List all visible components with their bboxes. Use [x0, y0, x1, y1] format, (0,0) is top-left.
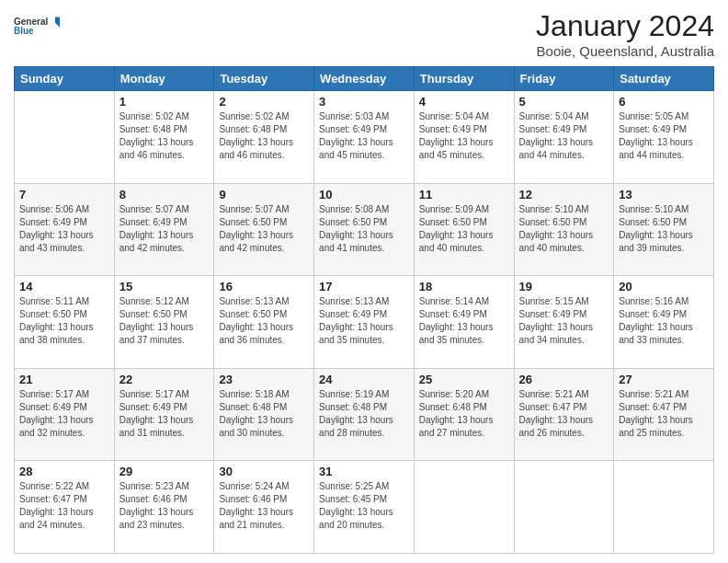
day-number: 1: [119, 95, 210, 109]
calendar-table: Sunday Monday Tuesday Wednesday Thursday…: [14, 66, 714, 554]
month-title: January 2024: [536, 9, 714, 43]
calendar-cell: 7 Sunrise: 5:06 AMSunset: 6:49 PMDayligh…: [15, 183, 115, 276]
day-number: 10: [319, 188, 409, 201]
day-info: Sunrise: 5:21 AMSunset: 6:47 PMDaylight:…: [619, 389, 693, 438]
day-info: Sunrise: 5:24 AMSunset: 6:46 PMDaylight:…: [219, 481, 293, 530]
day-info: Sunrise: 5:20 AMSunset: 6:48 PMDaylight:…: [419, 389, 494, 438]
day-info: Sunrise: 5:15 AMSunset: 6:49 PMDaylight:…: [519, 296, 594, 345]
day-number: 5: [519, 95, 609, 109]
calendar-cell: 29 Sunrise: 5:23 AMSunset: 6:46 PMDaylig…: [114, 461, 214, 554]
calendar-cell: 26 Sunrise: 5:21 AMSunset: 6:47 PMDaylig…: [514, 368, 614, 461]
day-number: 30: [219, 465, 309, 478]
day-number: 7: [19, 188, 109, 201]
day-number: 19: [519, 280, 609, 293]
day-number: 12: [519, 188, 609, 201]
calendar-cell: 12 Sunrise: 5:10 AMSunset: 6:50 PMDaylig…: [514, 183, 614, 276]
day-number: 23: [219, 373, 309, 386]
day-number: 2: [219, 95, 309, 109]
day-number: 16: [219, 280, 309, 293]
calendar-cell: 17 Sunrise: 5:13 AMSunset: 6:49 PMDaylig…: [314, 276, 415, 369]
day-info: Sunrise: 5:02 AMSunset: 6:48 PMDaylight:…: [119, 111, 194, 160]
calendar-cell: [514, 461, 614, 554]
calendar-cell: 9 Sunrise: 5:07 AMSunset: 6:50 PMDayligh…: [214, 183, 314, 276]
day-number: 26: [519, 373, 609, 386]
calendar-cell: [414, 461, 514, 554]
day-info: Sunrise: 5:21 AMSunset: 6:47 PMDaylight:…: [519, 389, 594, 438]
calendar-cell: 22 Sunrise: 5:17 AMSunset: 6:49 PMDaylig…: [114, 368, 214, 461]
day-info: Sunrise: 5:04 AMSunset: 6:49 PMDaylight:…: [419, 111, 494, 160]
day-info: Sunrise: 5:16 AMSunset: 6:49 PMDaylight:…: [619, 296, 693, 345]
calendar-cell: 14 Sunrise: 5:11 AMSunset: 6:50 PMDaylig…: [15, 276, 115, 369]
calendar-cell: 5 Sunrise: 5:04 AMSunset: 6:49 PMDayligh…: [514, 91, 614, 184]
day-info: Sunrise: 5:10 AMSunset: 6:50 PMDaylight:…: [619, 204, 693, 253]
calendar-cell: [15, 91, 115, 184]
calendar-cell: 28 Sunrise: 5:22 AMSunset: 6:47 PMDaylig…: [15, 461, 115, 554]
calendar-cell: 3 Sunrise: 5:03 AMSunset: 6:49 PMDayligh…: [314, 91, 415, 184]
day-info: Sunrise: 5:09 AMSunset: 6:50 PMDaylight:…: [419, 204, 494, 253]
calendar-week-5: 28 Sunrise: 5:22 AMSunset: 6:47 PMDaylig…: [15, 461, 714, 554]
logo-svg: General Blue: [14, 9, 60, 44]
calendar-header-row: Sunday Monday Tuesday Wednesday Thursday…: [15, 67, 714, 91]
calendar-cell: 4 Sunrise: 5:04 AMSunset: 6:49 PMDayligh…: [414, 91, 514, 184]
day-info: Sunrise: 5:12 AMSunset: 6:50 PMDaylight:…: [119, 296, 194, 345]
calendar-week-1: 1 Sunrise: 5:02 AMSunset: 6:48 PMDayligh…: [15, 91, 714, 184]
day-number: 9: [219, 188, 309, 201]
day-info: Sunrise: 5:06 AMSunset: 6:49 PMDaylight:…: [19, 204, 94, 253]
day-info: Sunrise: 5:14 AMSunset: 6:49 PMDaylight:…: [419, 296, 494, 345]
day-number: 28: [19, 465, 109, 478]
day-number: 29: [119, 465, 210, 478]
day-number: 4: [419, 95, 509, 109]
page-header: General Blue January 2024 Booie, Queensl…: [14, 9, 714, 59]
day-info: Sunrise: 5:22 AMSunset: 6:47 PMDaylight:…: [19, 481, 94, 530]
day-info: Sunrise: 5:13 AMSunset: 6:49 PMDaylight:…: [319, 296, 393, 345]
day-number: 13: [619, 188, 709, 201]
calendar-cell: 8 Sunrise: 5:07 AMSunset: 6:49 PMDayligh…: [114, 183, 214, 276]
day-info: Sunrise: 5:17 AMSunset: 6:49 PMDaylight:…: [119, 389, 194, 438]
calendar-cell: 23 Sunrise: 5:18 AMSunset: 6:48 PMDaylig…: [214, 368, 314, 461]
calendar-cell: 10 Sunrise: 5:08 AMSunset: 6:50 PMDaylig…: [314, 183, 415, 276]
col-tuesday: Tuesday: [214, 67, 314, 91]
day-number: 22: [119, 373, 210, 386]
day-info: Sunrise: 5:03 AMSunset: 6:49 PMDaylight:…: [319, 111, 393, 160]
col-friday: Friday: [514, 67, 614, 91]
title-block: January 2024 Booie, Queensland, Australi…: [536, 9, 714, 59]
calendar-cell: 19 Sunrise: 5:15 AMSunset: 6:49 PMDaylig…: [514, 276, 614, 369]
svg-text:Blue: Blue: [14, 26, 34, 36]
day-info: Sunrise: 5:18 AMSunset: 6:48 PMDaylight:…: [219, 389, 293, 438]
calendar-cell: 2 Sunrise: 5:02 AMSunset: 6:48 PMDayligh…: [214, 91, 314, 184]
col-sunday: Sunday: [15, 67, 115, 91]
day-info: Sunrise: 5:13 AMSunset: 6:50 PMDaylight:…: [219, 296, 293, 345]
day-number: 15: [119, 280, 210, 293]
calendar-cell: 18 Sunrise: 5:14 AMSunset: 6:49 PMDaylig…: [414, 276, 514, 369]
calendar-cell: 21 Sunrise: 5:17 AMSunset: 6:49 PMDaylig…: [15, 368, 115, 461]
calendar-cell: 24 Sunrise: 5:19 AMSunset: 6:48 PMDaylig…: [314, 368, 415, 461]
calendar-week-2: 7 Sunrise: 5:06 AMSunset: 6:49 PMDayligh…: [15, 183, 714, 276]
day-number: 6: [619, 95, 709, 109]
calendar-cell: 11 Sunrise: 5:09 AMSunset: 6:50 PMDaylig…: [414, 183, 514, 276]
day-number: 14: [19, 280, 109, 293]
calendar-week-4: 21 Sunrise: 5:17 AMSunset: 6:49 PMDaylig…: [15, 368, 714, 461]
day-number: 27: [619, 373, 709, 386]
day-info: Sunrise: 5:11 AMSunset: 6:50 PMDaylight:…: [19, 296, 94, 345]
location-subtitle: Booie, Queensland, Australia: [536, 43, 714, 59]
day-number: 8: [119, 188, 210, 201]
day-info: Sunrise: 5:05 AMSunset: 6:49 PMDaylight:…: [619, 111, 693, 160]
day-info: Sunrise: 5:25 AMSunset: 6:45 PMDaylight:…: [319, 481, 393, 530]
calendar-cell: 20 Sunrise: 5:16 AMSunset: 6:49 PMDaylig…: [614, 276, 714, 369]
day-info: Sunrise: 5:17 AMSunset: 6:49 PMDaylight:…: [19, 389, 94, 438]
day-info: Sunrise: 5:07 AMSunset: 6:50 PMDaylight:…: [219, 204, 293, 253]
day-number: 18: [419, 280, 509, 293]
col-monday: Monday: [114, 67, 214, 91]
day-info: Sunrise: 5:19 AMSunset: 6:48 PMDaylight:…: [319, 389, 393, 438]
day-info: Sunrise: 5:02 AMSunset: 6:48 PMDaylight:…: [219, 111, 293, 160]
day-number: 11: [419, 188, 509, 201]
svg-marker-2: [55, 17, 60, 27]
svg-text:General: General: [14, 17, 48, 27]
calendar-cell: 25 Sunrise: 5:20 AMSunset: 6:48 PMDaylig…: [414, 368, 514, 461]
calendar-cell: 30 Sunrise: 5:24 AMSunset: 6:46 PMDaylig…: [214, 461, 314, 554]
col-saturday: Saturday: [614, 67, 714, 91]
day-info: Sunrise: 5:23 AMSunset: 6:46 PMDaylight:…: [119, 481, 194, 530]
day-number: 17: [319, 280, 409, 293]
col-thursday: Thursday: [414, 67, 514, 91]
calendar-cell: 1 Sunrise: 5:02 AMSunset: 6:48 PMDayligh…: [114, 91, 214, 184]
